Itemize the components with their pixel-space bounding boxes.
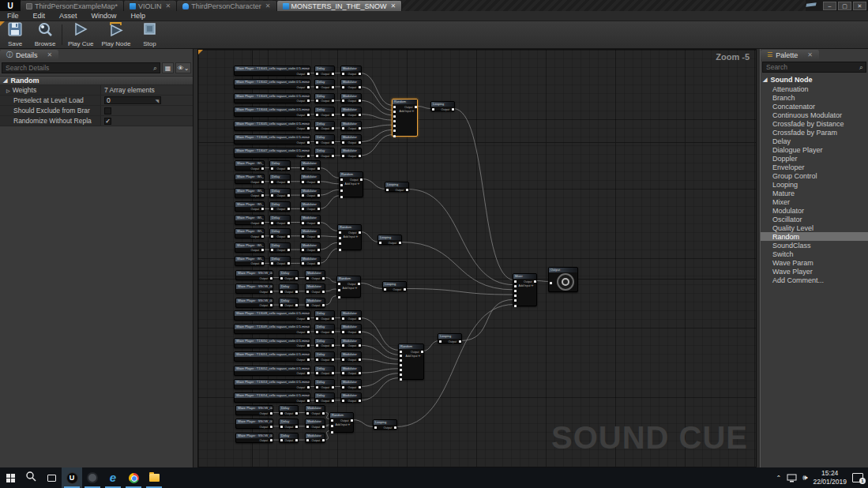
graph-node-delay[interactable]: DelayOutput bbox=[314, 134, 335, 145]
palette-tab[interactable]: ☰ Palette ✕ bbox=[761, 50, 819, 60]
menu-file[interactable]: File bbox=[0, 12, 26, 20]
palette-item-soundclass[interactable]: SoundClass bbox=[761, 241, 868, 250]
graph-node-wave-player[interactable]: Wave Player : T13054_cello ragazzi_violi… bbox=[234, 392, 310, 403]
graph-node-delay[interactable]: DelayOutput bbox=[314, 351, 335, 362]
graph-node-output[interactable]: Output bbox=[548, 267, 578, 292]
graph-node-delay[interactable]: DelayOutput bbox=[279, 283, 299, 294]
graph-node-delay[interactable]: DelayOutput bbox=[314, 66, 335, 76]
pin[interactable] bbox=[287, 194, 290, 197]
pin[interactable] bbox=[322, 426, 325, 428]
property-checkbox[interactable]: ✓ bbox=[104, 118, 111, 125]
graph-node-modulator[interactable]: ModulatorOutput bbox=[300, 242, 321, 253]
graph-node-random[interactable]: RandomOutputAdd Input ✛ bbox=[329, 412, 354, 433]
pin[interactable] bbox=[359, 386, 361, 389]
palette-item-enveloper[interactable]: Enveloper bbox=[761, 163, 868, 171]
menu-asset[interactable]: Asset bbox=[52, 12, 85, 20]
graph-node-modulator[interactable]: ModulatorOutput bbox=[300, 201, 321, 212]
pin[interactable] bbox=[306, 304, 309, 306]
graph-node-modulator[interactable]: ModulatorOutput bbox=[340, 351, 362, 362]
graph-node-delay[interactable]: DelayOutput bbox=[269, 174, 291, 184]
pin[interactable] bbox=[393, 115, 396, 118]
graph-node-delay[interactable]: DelayOutput bbox=[279, 298, 299, 308]
pin[interactable] bbox=[287, 167, 290, 170]
pin[interactable] bbox=[271, 249, 273, 251]
graph-node-wave-player[interactable]: Wave Player : T13049_cello ragazzi_violi… bbox=[234, 324, 310, 334]
pin[interactable] bbox=[316, 372, 318, 374]
pin[interactable] bbox=[360, 178, 363, 181]
pin[interactable] bbox=[306, 439, 309, 441]
pin[interactable] bbox=[307, 331, 310, 333]
pin[interactable] bbox=[514, 305, 517, 307]
graph-node-looping[interactable]: LoopingOutput bbox=[430, 101, 455, 111]
pin[interactable] bbox=[386, 189, 389, 191]
pin[interactable] bbox=[332, 358, 334, 361]
graph-node-mixer[interactable]: MixerOutputAdd Input ✛ bbox=[513, 273, 537, 306]
pin[interactable] bbox=[514, 295, 517, 297]
graph-node-modulator[interactable]: ModulatorOutput bbox=[305, 298, 325, 308]
graph-node-modulator[interactable]: ModulatorOutput bbox=[305, 270, 325, 280]
tab-thirdpersonexamplemap-[interactable]: ThirdPersonExampleMap* bbox=[21, 1, 124, 11]
palette-item-delay[interactable]: Delay bbox=[761, 137, 868, 145]
graph-node-delay[interactable]: DelayOutput bbox=[314, 338, 335, 348]
tab-monsters-in-the-snow[interactable]: MONSTERS_IN_THE_SNOW✕ bbox=[277, 1, 403, 11]
pin[interactable] bbox=[302, 181, 304, 183]
pin[interactable] bbox=[307, 400, 310, 402]
pin[interactable] bbox=[302, 235, 304, 238]
pin[interactable] bbox=[322, 277, 325, 280]
pin[interactable] bbox=[302, 167, 304, 170]
palette-item-oscillator[interactable]: Oscillator bbox=[761, 215, 868, 223]
pin[interactable] bbox=[331, 419, 333, 422]
pin[interactable] bbox=[342, 99, 344, 102]
pin[interactable] bbox=[342, 344, 344, 347]
property-label[interactable]: ▷Weights bbox=[0, 85, 101, 95]
pin[interactable] bbox=[287, 235, 290, 238]
palette-item-mixer[interactable]: Mixer bbox=[761, 197, 868, 206]
palette-category[interactable]: ◢ Sound Node bbox=[761, 75, 868, 84]
property-label[interactable]: Should Exclude from Brar bbox=[0, 106, 101, 115]
palette-item-switch[interactable]: Switch bbox=[761, 250, 868, 258]
pin[interactable] bbox=[393, 135, 396, 137]
graph-node-modulator[interactable]: ModulatorOutput bbox=[300, 160, 321, 171]
pin[interactable] bbox=[393, 111, 396, 113]
pin[interactable] bbox=[400, 355, 402, 357]
pin[interactable] bbox=[342, 127, 344, 130]
pin[interactable] bbox=[342, 400, 344, 402]
graph-node-delay[interactable]: DelayOutput bbox=[269, 256, 291, 266]
pin[interactable] bbox=[359, 155, 361, 157]
close-button[interactable]: ✕ bbox=[853, 2, 866, 10]
graph-node-delay[interactable]: DelayOutput bbox=[279, 405, 299, 415]
palette-item-dialogue-player[interactable]: Dialogue Player bbox=[761, 145, 868, 154]
pin[interactable] bbox=[332, 317, 334, 320]
graph-node-delay[interactable]: DelayOutput bbox=[269, 242, 291, 253]
pin[interactable] bbox=[359, 231, 361, 234]
pin[interactable] bbox=[316, 331, 318, 333]
graph-node-modulator[interactable]: ModulatorOutput bbox=[340, 392, 362, 403]
palette-item-group-control[interactable]: Group Control bbox=[761, 171, 868, 180]
pin[interactable] bbox=[295, 277, 298, 280]
pin[interactable] bbox=[432, 108, 434, 111]
pin[interactable] bbox=[302, 194, 304, 197]
pin[interactable] bbox=[340, 196, 343, 198]
graph-node-modulator[interactable]: ModulatorOutput bbox=[340, 107, 362, 117]
pin[interactable] bbox=[307, 155, 310, 157]
pin[interactable] bbox=[295, 439, 298, 441]
pin[interactable] bbox=[295, 426, 298, 428]
pin[interactable] bbox=[400, 351, 402, 353]
graph-node-wave-player[interactable]: Wave Player : WL_2Output bbox=[235, 174, 265, 184]
pin[interactable] bbox=[332, 127, 334, 130]
pin[interactable] bbox=[339, 242, 341, 245]
menu-window[interactable]: Window bbox=[85, 12, 124, 20]
pin[interactable] bbox=[338, 296, 340, 298]
graph-node-wave-player[interactable]: Wave Player : T13047_cello ragazzi_violi… bbox=[234, 148, 310, 158]
pin[interactable] bbox=[342, 331, 344, 333]
pin[interactable] bbox=[332, 141, 334, 144]
graph-node-delay[interactable]: DelayOutput bbox=[314, 324, 335, 334]
graph-node-wave-player[interactable]: Wave Player : SNOW_003Output bbox=[235, 433, 273, 443]
pin[interactable] bbox=[342, 372, 344, 374]
pin[interactable] bbox=[550, 282, 552, 284]
graph-node-wave-player[interactable]: Wave Player : SNOW_003Output bbox=[235, 298, 273, 308]
graph-node-wave-player[interactable]: Wave Player : T13053_cello ragazzi_violi… bbox=[234, 379, 310, 389]
task-view[interactable] bbox=[41, 467, 62, 488]
pin[interactable] bbox=[318, 208, 320, 210]
pin[interactable] bbox=[400, 359, 402, 362]
